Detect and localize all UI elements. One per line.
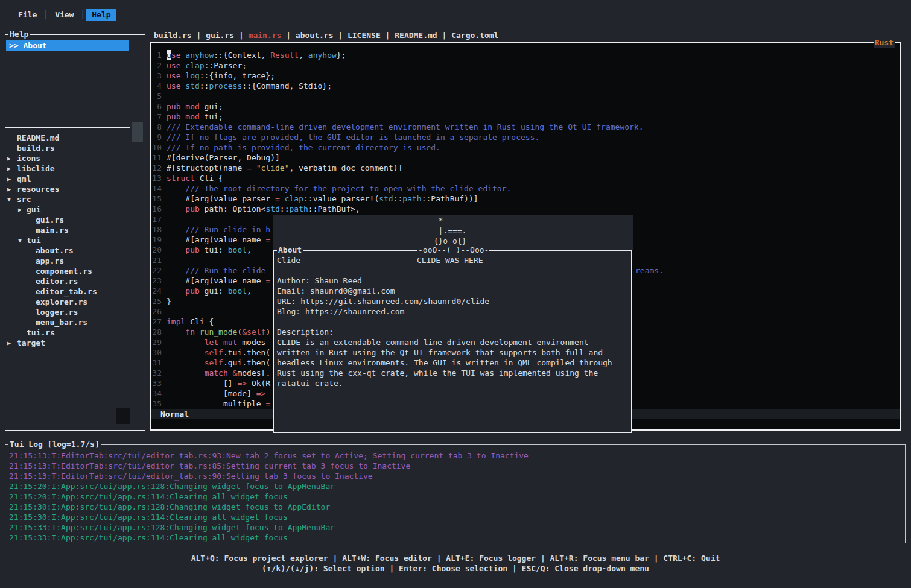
code-token: self	[205, 347, 223, 358]
menu-separator: │	[42, 10, 49, 19]
text-cursor: u	[167, 50, 171, 60]
about-app-name: Clide	[277, 255, 300, 265]
code-token: tui;	[200, 112, 223, 122]
line-number: 24	[151, 286, 162, 296]
log-line: 21:15:13:T:EditorTab:src/tui/editor_tab.…	[9, 471, 903, 481]
menu-item-view[interactable]: View	[49, 9, 79, 21]
tree-item-about-rs[interactable]: about.rs	[5, 245, 145, 256]
tree-item-main-rs[interactable]: main.rs	[5, 225, 145, 235]
code-token: struct	[167, 173, 195, 183]
tree-item-label: explorer.rs	[36, 297, 87, 307]
tree-item-tui-rs[interactable]: tui.rs	[5, 327, 145, 338]
code-line-9[interactable]: 9/// If no flags are provided, the GUI e…	[151, 132, 900, 142]
tree-item-editor-rs[interactable]: editor.rs	[5, 276, 145, 286]
code-token: Ok(R	[247, 378, 270, 388]
code-token: multiple	[167, 399, 265, 409]
tree-item-qml[interactable]: ▶qml	[5, 174, 145, 184]
code-token: se	[171, 50, 181, 60]
tree-item-label: resources	[17, 184, 59, 194]
tree-item-resources[interactable]: ▶resources	[5, 184, 145, 194]
tree-item-libclide[interactable]: ▶libclide	[5, 163, 145, 174]
code-token: std	[185, 81, 199, 91]
code-line-13[interactable]: 13struct Cli {	[151, 173, 900, 183]
tree-item-menu_bar-rs[interactable]: menu_bar.rs	[5, 317, 145, 327]
tree-item-gui[interactable]: ▶gui	[5, 204, 145, 215]
tree-item-label: gui	[27, 204, 40, 215]
tab-gui-rs[interactable]: gui.rs	[206, 31, 234, 40]
code-line-1[interactable]: 1use anyhow::{Context, Result, anyhow};	[151, 50, 900, 60]
tab-README-md[interactable]: README.md	[395, 31, 437, 40]
code-line-4[interactable]: 4use std::process::{Command, Stdio};	[151, 81, 900, 91]
code-line-15[interactable]: 15 #[arg(value_parser = clap::value_pars…	[151, 194, 900, 204]
tab-separator: |	[437, 31, 451, 40]
code-token: ::PathBuf>,	[308, 204, 360, 214]
code-token: path	[402, 194, 421, 204]
about-field-row: Email: shaunrd0@gmail.com	[274, 286, 631, 296]
tree-item-target[interactable]: ▶target	[5, 338, 145, 348]
about-description-row: Rust using the cxx-qt crate, while the T…	[274, 368, 631, 378]
code-token	[252, 163, 256, 173]
tab-main-rs[interactable]: main.rs	[249, 31, 282, 40]
code-token	[167, 368, 205, 378]
code-line-11[interactable]: 11#[derive(Parser, Debug)]	[151, 153, 900, 163]
help-dropdown[interactable]: Help >> About	[5, 34, 130, 128]
tree-item-build-rs[interactable]: build.rs	[5, 143, 145, 153]
about-field: Email: shaunrd0@gmail.com	[277, 286, 395, 296]
tree-item-explorer-rs[interactable]: explorer.rs	[5, 297, 145, 307]
code-line-14[interactable]: 14 /// The root directory for the projec…	[151, 183, 900, 194]
code-line-8[interactable]: 8/// Extendable command-line driven deve…	[151, 122, 900, 132]
tree-item-logger-rs[interactable]: logger.rs	[5, 307, 145, 317]
help-menu-item-about[interactable]: >> About	[6, 40, 129, 51]
code-line-3[interactable]: 3use log::{info, trace};	[151, 71, 900, 81]
code-token: match	[205, 368, 228, 378]
tui-log-panel[interactable]: Tui Log [log=1.7/s] 21:15:13:T:EditorTab…	[5, 444, 906, 543]
code-token: Cli {	[195, 173, 223, 183]
tab-separator: |	[381, 31, 395, 40]
code-token	[228, 368, 233, 378]
code-token: std	[379, 194, 393, 204]
code-token: path: Option<	[200, 204, 266, 214]
tab-build-rs[interactable]: build.rs	[154, 31, 192, 40]
tab-about-rs[interactable]: about.rs	[296, 31, 334, 40]
code-line-7[interactable]: 7pub mod tui;	[151, 112, 900, 122]
code-line-6[interactable]: 6pub mod gui;	[151, 101, 900, 112]
menu-item-file[interactable]: File	[13, 9, 42, 21]
about-popup: About -ooO--(_)--Ooo- Clide CLIDE WAS HE…	[273, 250, 632, 433]
about-border-art: -ooO--(_)--Ooo-	[417, 245, 489, 255]
about-field: Blog: https://shaunreed.com	[277, 306, 404, 317]
code-token-tail: reams.	[635, 265, 664, 276]
tree-item-component-rs[interactable]: component.rs	[5, 266, 145, 276]
line-number: 16	[151, 204, 162, 214]
code-token: .gui.then(	[223, 358, 270, 368]
explorer-scrollbar-thumb[interactable]	[132, 122, 143, 142]
code-line-5[interactable]: 5	[151, 91, 900, 101]
code-line-10[interactable]: 10/// If no path is provided, the curren…	[151, 142, 900, 153]
code-token: /// If no flags are provided, the GUI ed…	[167, 132, 539, 142]
code-line-2[interactable]: 2use clap::Parser;	[151, 60, 900, 71]
tree-item-gui-rs[interactable]: gui.rs	[5, 215, 145, 225]
code-token: , verbatim_doc_comment)]	[290, 163, 403, 173]
chevron-down-icon: ▼	[7, 194, 11, 204]
tree-item-README-md[interactable]: README.md	[5, 133, 145, 143]
about-description-label-row: Description:	[274, 327, 631, 337]
chevron-right-icon: ▶	[18, 204, 22, 215]
about-popup-title: About	[277, 245, 303, 255]
chevron-right-icon: ▶	[7, 163, 11, 174]
code-line-12[interactable]: 12#[structopt(name = "clide", verbatim_d…	[151, 163, 900, 173]
line-number: 6	[151, 101, 162, 112]
chevron-right-icon: ▶	[7, 338, 11, 348]
tree-item-tui[interactable]: ▼tui	[5, 235, 145, 245]
tab-LICENSE[interactable]: LICENSE	[348, 31, 381, 40]
line-number: 5	[151, 91, 162, 101]
code-token: clap	[285, 194, 303, 204]
menu-item-help[interactable]: Help	[86, 9, 116, 21]
code-line-16[interactable]: 16 pub path: Option<std::path::PathBuf>,	[151, 204, 900, 214]
tree-item-src[interactable]: ▼src	[5, 194, 145, 204]
tree-item-app-rs[interactable]: app.rs	[5, 256, 145, 266]
code-token: =	[265, 276, 270, 286]
tab-Cargo-toml[interactable]: Cargo.toml	[451, 31, 498, 40]
code-token: impl	[167, 317, 185, 327]
tree-item-icons[interactable]: ▶icons	[5, 153, 145, 163]
tree-item-editor_tab-rs[interactable]: editor_tab.rs	[5, 286, 145, 297]
line-number: 1	[151, 50, 162, 60]
